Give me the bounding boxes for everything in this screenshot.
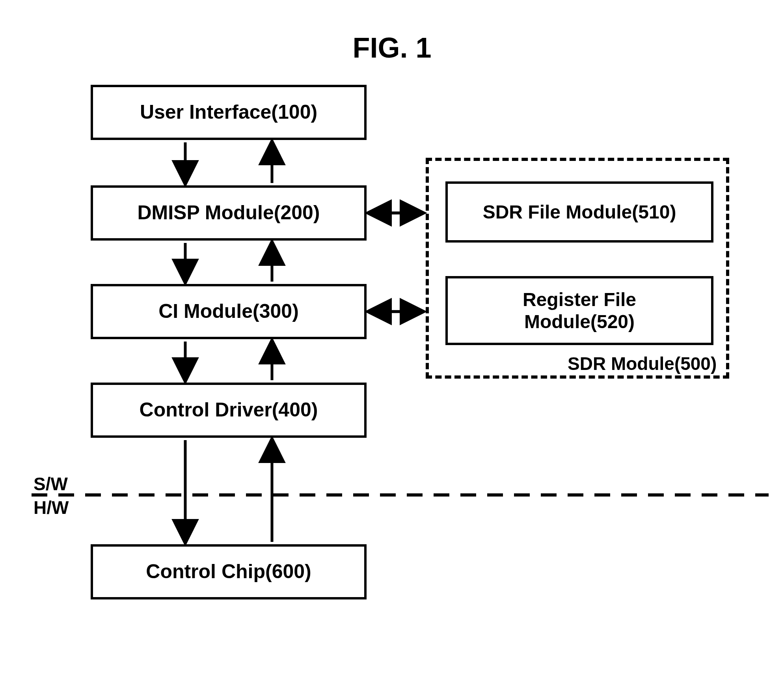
hw-label: H/W	[34, 497, 69, 518]
figure-title: FIG. 1	[0, 32, 784, 64]
block-dmisp-module: DMISP Module(200)	[91, 185, 367, 241]
block-control-chip: Control Chip(600)	[91, 544, 367, 599]
block-control-driver: Control Driver(400)	[91, 383, 367, 438]
block-ci-module: CI Module(300)	[91, 284, 367, 339]
block-user-interface: User Interface(100)	[91, 85, 367, 140]
sdr-module-label: SDR Module(500)	[568, 353, 717, 374]
block-sdr-file-module: SDR File Module(510)	[445, 181, 713, 243]
block-register-file-module: Register File Module(520)	[445, 276, 713, 345]
sw-label: S/W	[34, 473, 68, 495]
